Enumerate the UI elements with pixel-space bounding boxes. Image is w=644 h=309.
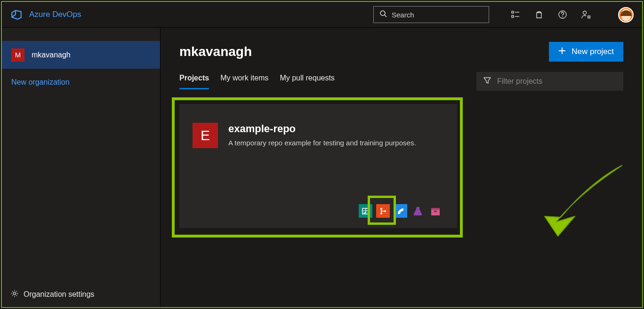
svg-rect-2 bbox=[512, 11, 514, 13]
project-avatar-initial: E bbox=[201, 127, 210, 143]
svg-point-10 bbox=[13, 292, 16, 294]
avatar[interactable] bbox=[618, 7, 634, 23]
plus-icon bbox=[558, 47, 566, 57]
new-org-label: New organization bbox=[11, 78, 70, 86]
header: Azure DevOps bbox=[2, 2, 642, 28]
pipelines-icon[interactable] bbox=[394, 204, 407, 218]
gear-icon bbox=[10, 289, 19, 300]
tab-work-items[interactable]: My work items bbox=[220, 74, 268, 89]
filter-projects-input[interactable] bbox=[497, 77, 617, 86]
azure-devops-logo-icon bbox=[10, 8, 23, 21]
sidebar-org-item[interactable]: M mkavanagh bbox=[2, 41, 160, 69]
work-items-icon[interactable] bbox=[510, 9, 521, 20]
repos-icon[interactable] bbox=[376, 204, 390, 218]
svg-rect-4 bbox=[512, 16, 514, 17]
org-avatar-initial: M bbox=[15, 51, 21, 59]
svg-point-8 bbox=[583, 11, 587, 15]
search-input[interactable] bbox=[392, 11, 483, 19]
test-plans-icon[interactable] bbox=[411, 204, 425, 218]
svg-point-9 bbox=[588, 16, 590, 18]
project-avatar: E bbox=[193, 123, 218, 148]
marketplace-icon[interactable] bbox=[533, 9, 545, 20]
svg-point-14 bbox=[384, 210, 386, 212]
svg-point-0 bbox=[380, 11, 385, 16]
new-project-button[interactable]: New project bbox=[549, 42, 623, 62]
search-icon bbox=[379, 10, 387, 19]
organization-settings-link[interactable]: Organization settings bbox=[2, 282, 160, 307]
filter-icon bbox=[483, 76, 491, 87]
tab-pull-requests[interactable]: My pull requests bbox=[280, 74, 335, 89]
artifacts-icon[interactable] bbox=[428, 204, 442, 218]
annotation-arrow bbox=[542, 161, 631, 243]
filter-projects-box[interactable] bbox=[476, 72, 623, 91]
boards-icon[interactable] bbox=[359, 204, 372, 218]
project-card[interactable]: E example-repo A temporary repo example … bbox=[179, 104, 457, 228]
project-service-icons bbox=[359, 204, 442, 218]
svg-rect-16 bbox=[431, 208, 440, 210]
org-settings-label: Organization settings bbox=[24, 290, 94, 299]
user-settings-icon[interactable] bbox=[580, 9, 592, 20]
project-description: A temporary repo example for testing and… bbox=[228, 138, 416, 148]
svg-point-7 bbox=[562, 16, 563, 17]
main-content: mkavanagh New project Projects My work i… bbox=[161, 28, 642, 307]
page-title: mkavanagh bbox=[179, 44, 252, 59]
svg-rect-15 bbox=[431, 210, 440, 215]
project-name: example-repo bbox=[228, 123, 416, 135]
new-project-label: New project bbox=[572, 47, 614, 56]
new-organization-link[interactable]: New organization bbox=[2, 69, 160, 96]
tabs: Projects My work items My pull requests bbox=[179, 74, 335, 89]
sidebar: M mkavanagh New organization Organizatio… bbox=[2, 28, 161, 307]
svg-point-12 bbox=[380, 208, 382, 210]
svg-rect-17 bbox=[434, 211, 437, 212]
help-icon[interactable] bbox=[557, 9, 568, 20]
brand-link[interactable]: Azure DevOps bbox=[10, 8, 81, 21]
tab-projects[interactable]: Projects bbox=[179, 74, 209, 89]
org-label: mkavanagh bbox=[32, 51, 71, 59]
org-avatar: M bbox=[11, 48, 24, 62]
svg-line-1 bbox=[385, 15, 386, 17]
brand-label: Azure DevOps bbox=[29, 10, 81, 19]
search-box[interactable] bbox=[373, 6, 489, 23]
svg-point-13 bbox=[380, 213, 382, 214]
